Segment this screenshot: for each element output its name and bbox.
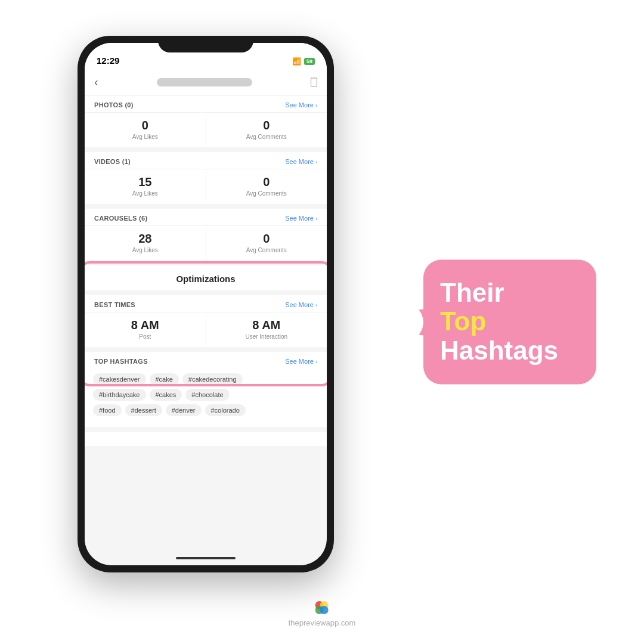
brand-url: thepreviewapp.com <box>289 618 356 627</box>
best-times-header: BEST TIMES See More › <box>85 295 327 312</box>
card-line-top: Top <box>440 308 580 336</box>
hashtag-cake[interactable]: #cake <box>150 373 179 385</box>
hashtag-cakesdenver[interactable]: #cakesdenver <box>93 373 146 385</box>
hashtag-chocolate[interactable]: #chocolate <box>185 389 229 401</box>
home-indicator <box>176 557 236 559</box>
notch <box>158 36 253 52</box>
videos-header: VIDEOS (1) See More › <box>85 152 327 169</box>
hashtags-see-more[interactable]: See More › <box>285 358 317 365</box>
hashtags-row-1: #cakesdenver #cake #cakedecorating <box>93 373 318 385</box>
best-times-section: BEST TIMES See More › 8 AM Post <box>85 295 327 347</box>
hashtag-card: Their Top Hashtags <box>423 259 596 384</box>
hashtags-wrapper: TOP HASHTAGS See More › #cakesdenver #ca… <box>85 352 327 427</box>
carousels-header: CAROUSELS (6) See More › <box>85 209 327 225</box>
bottom-branding: thepreviewapp.com <box>289 599 356 627</box>
videos-section: VIDEOS (1) See More › 15 Avg Likes <box>85 152 327 204</box>
best-times-see-more[interactable]: See More › <box>285 301 317 308</box>
see-more-chevron: › <box>315 103 317 109</box>
hashtags-title: TOP HASHTAGS <box>94 358 148 365</box>
hashtag-denver[interactable]: #denver <box>166 404 202 416</box>
photos-avg-likes: 0 Avg Likes <box>85 113 206 147</box>
hashtags-header: TOP HASHTAGS See More › <box>85 352 327 369</box>
photos-section: PHOTOS (0) See More › 0 Avg Likes <box>85 95 327 147</box>
optimizations-header: Optimizations <box>85 265 327 290</box>
hashtags-grid: #cakesdenver #cake #cakedecorating #birt… <box>85 369 327 427</box>
best-times-values: 8 AM Post 8 AM User Interaction <box>85 312 327 347</box>
videos-avg-likes: 15 Avg Likes <box>85 169 206 204</box>
photos-title: PHOTOS (0) <box>94 101 134 109</box>
phone-shell: 12:29 📶 59 ‹ ⎕ P <box>78 36 334 572</box>
nav-title-blurred <box>157 78 252 86</box>
content-area: PHOTOS (0) See More › 0 Avg Likes <box>85 95 327 565</box>
hashtags-row-2: #birthdaycake #cakes #chocolate <box>93 389 318 401</box>
videos-stats-row: 15 Avg Likes 0 Avg Comments <box>85 169 327 204</box>
hashtag-food[interactable]: #food <box>93 404 122 416</box>
hashtags-row-3: #food #dessert #denver #colorado <box>93 404 318 416</box>
phone-screen: 12:29 📶 59 ‹ ⎕ P <box>85 43 327 565</box>
best-interaction-time: 8 AM User Interaction <box>206 312 327 347</box>
hashtag-dessert[interactable]: #dessert <box>125 404 162 416</box>
carousels-see-more[interactable]: See More › <box>285 215 317 222</box>
wifi-icon: 📶 <box>292 57 301 66</box>
carousels-avg-likes: 28 Avg Likes <box>85 226 206 261</box>
card-line-their: Their <box>440 278 580 307</box>
photos-see-more[interactable]: See More › <box>285 101 317 109</box>
status-time: 12:29 <box>97 55 119 66</box>
carousels-title: CAROUSELS (6) <box>94 215 147 222</box>
carousels-section: CAROUSELS (6) See More › 28 Avg Likes <box>85 209 327 261</box>
right-panel: Their Top Hashtags <box>423 259 596 384</box>
videos-avg-comments: 0 Avg Comments <box>206 169 327 204</box>
photos-avg-comments: 0 Avg Comments <box>206 113 327 147</box>
nav-bar: ‹ ⎕ <box>85 69 327 95</box>
status-icons: 📶 59 <box>292 57 315 66</box>
card-line-hashtags: Hashtags <box>440 336 580 365</box>
videos-title: VIDEOS (1) <box>94 158 131 165</box>
svg-point-3 <box>320 606 329 614</box>
phone-container: 12:29 📶 59 ‹ ⎕ P <box>78 36 334 572</box>
carousels-stats-row: 28 Avg Likes 0 Avg Comments <box>85 225 327 261</box>
hashtag-cakes[interactable]: #cakes <box>150 389 182 401</box>
bookmark-icon[interactable]: ⎕ <box>311 76 317 88</box>
best-post-time: 8 AM Post <box>85 312 206 347</box>
home-area <box>85 432 327 446</box>
photos-stats-row: 0 Avg Likes 0 Avg Comments <box>85 112 327 147</box>
back-button[interactable]: ‹ <box>94 75 98 89</box>
battery-icon: 59 <box>304 58 315 65</box>
carousels-avg-comments: 0 Avg Comments <box>206 226 327 261</box>
brand-logo-icon <box>314 599 330 616</box>
videos-see-more[interactable]: See More › <box>285 158 317 165</box>
hashtag-birthdaycake[interactable]: #birthdaycake <box>93 389 146 401</box>
top-hashtags-section: TOP HASHTAGS See More › #cakesdenver #ca… <box>85 352 327 427</box>
best-times-title: BEST TIMES <box>94 301 135 308</box>
page-wrapper: 12:29 📶 59 ‹ ⎕ P <box>0 0 644 644</box>
hashtag-colorado[interactable]: #colorado <box>205 404 246 416</box>
hashtag-cakedecorating[interactable]: #cakedecorating <box>182 373 243 385</box>
photos-header: PHOTOS (0) See More › <box>85 95 327 112</box>
